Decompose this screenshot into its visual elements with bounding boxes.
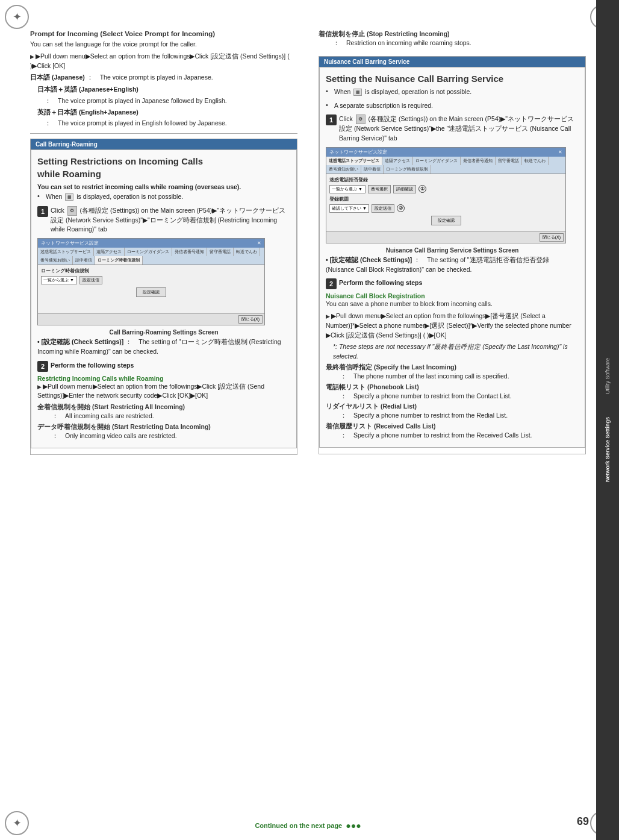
nuisance-select1[interactable]: 一覧から選ぶ ▼ [329,185,365,193]
step2-content: Perform the following steps [51,361,290,371]
nuisance-btn1[interactable]: 番号選択 [368,185,391,193]
nuisance-box-content: Setting the Nuisance Call Barring Servic… [319,67,585,448]
english-japanese-label: 英語＋日本語 (English+Japanese) [37,108,297,118]
roaming-box: Call Barring-Roaming Setting Restriction… [30,139,297,455]
nuisance-caption: Nuisance Call Barring Service Settings S… [326,247,579,254]
start-all-desc: ： All incoming calls are restricted. [52,412,290,421]
nuisance-step1: 1 Click ⚙ (各種設定 (Settings)) on the Main … [326,114,579,143]
circle-num-2: ② [397,204,405,212]
nuisance-select2[interactable]: 確認して下さい ▼ [329,204,369,213]
nuisance-box: Nuisance Call Barring Service Setting th… [319,56,586,454]
roaming-bullet1: • When ▦ is displayed, operation is not … [37,192,290,204]
screenshot-tab: 迷惑電話ストップサービス [38,248,94,256]
corner-decoration-tl: ✦ [5,5,29,29]
screenshot-tab: 番号通知お願い [326,165,361,174]
nuisance-bullet2-text: A separate subscription is required. [334,101,433,111]
nuisance-step1-content: Click ⚙ (各種設定 (Settings)) on the Main sc… [339,114,579,143]
screenshot-tab: 発信者番号通知 [172,248,207,256]
nuisance-screenshot: ネットワークサービス設定 ✕ 迷惑電話ストップサービス 遠隔アクセス ローミング… [326,147,566,243]
japanese-english-label: 日本語＋英語 (Japanese+English) [37,85,297,95]
start-data-desc: ： Only incoming video calls are restrict… [52,431,290,441]
phonebook-desc: ： Specify a phone number to restrict fro… [340,392,579,401]
roaming-box-content: Setting Restrictions on Incoming Calls w… [31,149,297,448]
prompt-section: Prompt for Incoming (Select Voice Prompt… [30,30,297,128]
received-label: 着信履歴リスト (Received Calls List) [326,422,579,431]
nuisance-section2-title: 登録範囲 [329,196,562,202]
nuisance-close-btn[interactable]: 閉じる(X) [540,233,564,242]
step2-num: 2 [37,361,48,372]
stop-desc: ： Restriction on incoming while roaming … [333,39,586,48]
screenshot-titlebar: ネットワークサービス設定 ✕ [38,239,264,248]
redial-label: リダイヤルリスト (Redial List) [326,403,579,411]
nuisance-bullet2: • A separate subscription is required. [326,101,579,113]
nuisance-box-tag: Nuisance Call Barring Service [319,57,585,67]
japanese-label: 日本語 (Japanese) ： The voice prompt is pla… [30,73,297,83]
nuisance-instruction: ▶▶Pull down menu▶Select an option from t… [326,312,579,340]
step1-num: 1 [37,206,48,217]
continued-dots: ●●● [346,821,361,830]
sidebar-network-label: Network Service Settings [605,417,611,482]
start-data-label: データ呼着信規制を開始 (Start Restricting Data Inco… [37,423,290,431]
roaming-screenshot: ネットワークサービス設定 ✕ 迷惑電話ストップサービス 遠隔アクセス ローミング… [37,238,265,325]
settings-icon: ⚙ [67,206,77,216]
screenshot-tab: 話中着信 [361,165,384,174]
nuisance-screenshot-tabs: 迷惑電話ストップサービス 遠隔アクセス ローミングガイダンス 発信者番号通知 留… [326,157,565,174]
phonebook-label: 電話帳リスト (Phonebook List) [326,383,579,392]
last-incoming-label: 最終着信呼指定 (Specify the Last Incoming) [326,363,579,372]
right-column: 着信規制を停止 (Stop Restricting Incoming) ： Re… [316,30,586,810]
screenshot-tab: 発信者番号通知 [461,157,496,165]
screenshot-select1[interactable]: 一覧から選ぶ ▼ [41,276,77,284]
nuisance-screenshot-titlebar: ネットワークサービス設定 ✕ [326,148,565,157]
nuisance-block-desc: You can save a phone number to block fro… [326,299,579,309]
icon-small-box-nuisance: ▦ [353,89,362,96]
redial-desc: ： Specify a phone number to restrict fro… [340,411,579,421]
nuisance-step2-num: 2 [326,278,337,289]
prompt-heading: Prompt for Incoming (Select Voice Prompt… [30,30,297,37]
roaming-step1: 1 Click ⚙ (各種設定 (Settings)) on the Main … [37,206,290,235]
screenshot-section-title: ローミング時着信規制 [41,268,261,274]
divider-1 [30,133,297,134]
screenshot-confirm-btn[interactable]: 設定確認 [136,287,166,297]
japanese-english-desc: ： The voice prompt is played in Japanese… [45,96,297,106]
main-content: Prompt for Incoming (Select Voice Prompt… [30,30,586,810]
continued-footer: Continued on the next page ●●● [30,821,586,830]
roaming-box-tag: Call Barring-Roaming [31,139,297,149]
roaming-step2: 2 Perform the following steps [37,361,290,372]
nuisance-check: • [設定確認 (Check Settings)] ： The setting … [326,255,579,277]
screenshot-body: ローミング時着信規制 一覧から選ぶ ▼ 設定送信 設定確認 [38,265,264,313]
screenshot-settings-btn[interactable]: 設定送信 [79,276,102,284]
screenshot-tab-nuisance-active: 迷惑電話ストップサービス [326,157,382,165]
screenshot-tab: 留守番電話 [496,157,522,165]
screenshot-tab-active: ローミング時着信規制 [95,256,143,265]
screenshot-tab: 遠隔アクセス [94,248,125,256]
last-incoming-desc: ： The phone number of the last incoming … [340,372,579,381]
bullet-icon-2: • [326,101,334,108]
nuisance-block-heading: Nuisance Call Block Registration [326,292,579,299]
bullet-icon: • [37,192,46,199]
roaming-title: Setting Restrictions on Incoming Calls w… [37,155,290,180]
right-sidebar: Utility Software Network Service Setting… [596,0,619,840]
restricting-instruction: ▶▶Pull down menu▶Select an option from t… [37,382,290,401]
page-number: 69 [577,815,589,828]
nuisance-screenshot-footer: 閉じる(X) [326,231,565,243]
screenshot-tabs: 迷惑電話ストップサービス 遠隔アクセス ローミングガイダンス 発信者番号通知 留… [38,248,264,265]
roaming-bold-body: You can set to restrict incoming calls w… [37,183,290,192]
nuisance-step1-num: 1 [326,114,337,125]
roaming-caption: Call Barring-Roaming Settings Screen [37,329,290,336]
screenshot-tab: ローミングガイダンス [413,157,461,165]
corner-decoration-bl: ✦ [5,811,29,835]
nuisance-settings2-btn[interactable]: 設定送信 [372,204,394,213]
left-column: Prompt for Incoming (Select Voice Prompt… [30,30,303,810]
nuisance-confirm-btn[interactable]: 設定確認 [431,216,461,225]
screenshot-tab: ローミング時着信規制 [384,165,431,174]
asterisk-note: *: These steps are not necessary if "最終着… [333,342,579,362]
nuisance-step2: 2 Perform the following steps [326,278,579,289]
screenshot-tab: 遠隔アクセス [382,157,413,165]
nuisance-section2: 登録範囲 確認して下さい ▼ 設定送信 ② [329,196,562,213]
nuisance-title: Setting the Nuisance Call Barring Servic… [326,72,579,85]
nuisance-detail-btn[interactable]: 詳細確認 [393,185,416,193]
screenshot-row1: 一覧から選ぶ ▼ 設定送信 [41,276,261,284]
nuisance-bullet1: • When ▦ is displayed, operation is not … [326,87,579,99]
settings-icon-2: ⚙ [356,114,365,124]
screenshot-close-btn[interactable]: 閉じる(X) [238,315,263,324]
